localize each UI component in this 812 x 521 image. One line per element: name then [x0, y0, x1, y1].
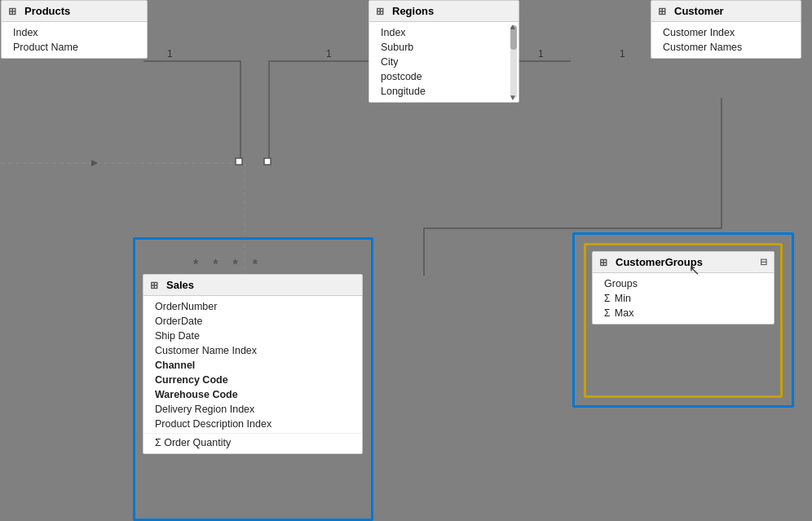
field-products-index: Index	[2, 25, 147, 40]
regions-scrollbar[interactable]	[510, 25, 517, 99]
field-customer-names: Customer Names	[651, 40, 801, 55]
table-cg-body: Groups Min Max	[593, 273, 774, 324]
table-cg-header: ⊞ CustomerGroups ⊟	[593, 252, 774, 273]
table-customer[interactable]: ⊞ Customer Customer Index Customer Names	[651, 0, 801, 59]
field-regions-city: City	[369, 55, 519, 69]
label-products-1: 1	[167, 48, 173, 60]
scroll-down[interactable]: ▼	[509, 93, 517, 102]
arrow-left	[91, 160, 98, 166]
field-sales-ordernumber: OrderNumber	[143, 299, 362, 314]
table-sales-body: OrderNumber OrderDate Ship Date Customer…	[143, 296, 362, 453]
field-cg-min: Min	[593, 291, 774, 306]
table-customer-icon: ⊞	[658, 6, 669, 17]
field-sales-channel: Channel	[143, 358, 362, 373]
table-products-header: ⊞ Products	[2, 1, 147, 22]
table-cg-icon: ⊞	[599, 257, 611, 268]
table-regions[interactable]: ⊞ Regions Index Suburb City postcode Lon…	[368, 0, 519, 103]
star-1: *	[193, 258, 198, 272]
table-regions-title: Regions	[392, 5, 434, 17]
table-sales[interactable]: ⊞ Sales OrderNumber OrderDate Ship Date …	[143, 274, 363, 454]
field-cg-max: Max	[593, 306, 774, 320]
join-square-2	[264, 158, 271, 165]
field-sales-orderdate: OrderDate	[143, 314, 362, 329]
table-products[interactable]: ⊞ Products Index Product Name	[1, 0, 148, 59]
field-sales-deliveryregion: Delivery Region Index	[143, 402, 362, 417]
table-regions-header: ⊞ Regions	[369, 1, 519, 22]
table-products-body: Index Product Name	[2, 22, 147, 58]
field-sales-warehousecode: Warehouse Code	[143, 387, 362, 402]
field-regions-longitude: Longitude	[369, 84, 519, 99]
field-regions-suburb: Suburb	[369, 40, 519, 55]
label-customer-1: 1	[620, 48, 625, 60]
table-sales-header: ⊞ Sales	[143, 275, 362, 296]
field-sales-orderqty: Σ Order Quantity	[143, 433, 362, 450]
field-sales-productdesc: Product Description Index	[143, 417, 362, 431]
field-sales-shipdate: Ship Date	[143, 329, 362, 343]
scroll-up[interactable]: ▲	[509, 22, 517, 31]
star-2: *	[213, 258, 218, 272]
customer-line	[424, 98, 722, 276]
field-sales-customernameindex: Customer Name Index	[143, 343, 362, 358]
join-square-1	[236, 158, 242, 165]
table-products-title: Products	[24, 5, 70, 17]
table-sales-title: Sales	[166, 279, 194, 291]
regions-left-line	[269, 61, 368, 163]
field-regions-postcode: postcode	[369, 69, 519, 84]
table-customer-header: ⊞ Customer	[651, 1, 801, 22]
cg-collapse-icon[interactable]: ⊟	[760, 257, 767, 267]
label-center-1: 1	[326, 48, 332, 60]
star-3: *	[232, 258, 237, 272]
table-sales-icon: ⊞	[150, 280, 161, 291]
field-sales-currencycode: Currency Code	[143, 373, 362, 387]
label-regions-right: 1	[538, 48, 544, 60]
table-products-icon: ⊞	[8, 6, 20, 17]
table-customer-body: Customer Index Customer Names	[651, 22, 801, 58]
field-cg-groups: Groups	[593, 276, 774, 291]
field-products-name: Product Name	[2, 40, 147, 55]
field-regions-index: Index	[369, 25, 519, 40]
table-regions-body: Index Suburb City postcode Longitude ▲ ▼	[369, 22, 519, 102]
stars-row: * * * *	[193, 258, 258, 272]
table-regions-icon: ⊞	[376, 6, 387, 17]
table-cg-title: CustomerGroups	[616, 256, 703, 268]
star-4: *	[253, 258, 258, 272]
table-customer-title: Customer	[674, 5, 724, 17]
products-line	[143, 61, 241, 163]
field-customer-index: Customer Index	[651, 25, 801, 40]
table-customergroups[interactable]: ⊞ CustomerGroups ⊟ Groups Min Max	[592, 251, 774, 325]
